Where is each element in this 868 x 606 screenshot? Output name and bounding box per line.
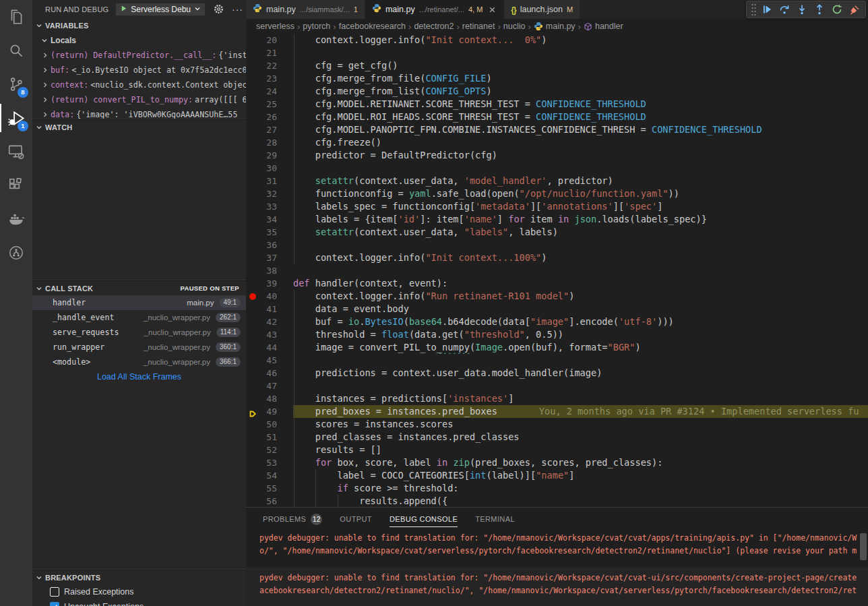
panel-tab-problems[interactable]: PROBLEMS12 <box>263 508 322 531</box>
breakpoint-margin[interactable] <box>246 405 259 418</box>
code-line-content[interactable]: labels_spec = functionconfig['metadata']… <box>293 200 868 213</box>
gear-icon[interactable] <box>214 4 224 14</box>
code-line-content[interactable]: label = COCO_CATEGORIES[int(label)]["nam… <box>293 469 868 482</box>
code-line-content[interactable]: setattr(context.user_data, 'model_handle… <box>293 175 868 187</box>
panel-scrollbar[interactable] <box>860 533 867 560</box>
step-into-button[interactable] <box>794 1 810 18</box>
code-line-content[interactable]: cfg = get_cfg() <box>293 59 868 72</box>
stack-frame-handler[interactable]: handlermain.py49:1 <box>32 295 246 310</box>
code-line-content[interactable]: image = convert_PIL_to_numpy(Image.open(… <box>293 341 868 354</box>
breadcrumb-item-handler[interactable]: handler <box>584 22 623 31</box>
breakpoint-margin[interactable] <box>246 123 259 136</box>
code-line-content[interactable]: functionconfig = yaml.safe_load(open("/o… <box>293 187 868 200</box>
breakpoint-margin[interactable] <box>246 469 259 482</box>
code-line-content[interactable]: instances = predictions['instances'] <box>293 392 868 405</box>
variables-section-header[interactable]: VARIABLES <box>32 18 246 33</box>
code-line-content[interactable]: data = event.body <box>293 303 868 315</box>
breadcrumb-item-retinanet[interactable]: retinanet <box>462 22 495 31</box>
code-line-content[interactable]: labels = {item['id']: item['name'] for i… <box>293 213 868 226</box>
breakpoint-margin[interactable] <box>246 85 259 98</box>
code-line-content[interactable]: cfg.merge_from_list(CONFIG_OPTS) <box>293 85 868 98</box>
activity-item-remote-explorer[interactable] <box>0 135 32 169</box>
activity-item-explorer[interactable] <box>0 0 32 34</box>
code-line-content[interactable]: buf = io.BytesIO(base64.b64decode(data["… <box>293 315 868 328</box>
breakpoint-margin[interactable] <box>246 264 259 277</box>
breakpoint-margin[interactable] <box>246 149 259 162</box>
code-line-content[interactable]: scores = instances.scores <box>293 418 868 431</box>
breakpoint-margin[interactable] <box>246 354 259 367</box>
close-icon[interactable] <box>488 5 497 14</box>
code-line-content[interactable]: cfg.MODEL.RETINANET.SCORE_THRESH_TEST = … <box>293 98 868 111</box>
more-actions-icon[interactable]: ··· <box>232 4 243 15</box>
disconnect-button[interactable] <box>846 1 863 18</box>
code-line-content[interactable] <box>293 354 868 367</box>
breakpoint-margin[interactable] <box>246 136 259 149</box>
breakpoint-margin[interactable] <box>246 303 259 315</box>
variable-row[interactable]: (return) convert_PIL_to_numpy: array([[[… <box>32 92 246 107</box>
activity-item-source-control[interactable]: 8 <box>0 67 32 101</box>
breakpoint-margin[interactable] <box>246 200 259 213</box>
panel-tab-debug-console[interactable]: DEBUG CONSOLE <box>390 508 458 531</box>
tab-main-py-siammask[interactable]: main.py .../siammask/... 1 <box>246 0 365 19</box>
restart-button[interactable] <box>829 1 845 18</box>
variable-row[interactable]: (return) DefaultPredictor.__call__: {'in… <box>32 48 246 63</box>
tab-launch-json[interactable]: {} launch.json M <box>504 0 580 19</box>
code-line-content[interactable]: cfg.MODEL.ROI_HEADS.SCORE_THRESH_TEST = … <box>293 111 868 123</box>
stack-frame-_handle_event[interactable]: _handle_event_nuclio_wrapper.py262:1 <box>32 310 246 325</box>
step-over-button[interactable] <box>776 1 793 18</box>
activity-item-docker[interactable] <box>0 202 32 236</box>
panel-tab-output[interactable]: OUTPUT <box>340 508 372 531</box>
stack-frame-run_wrapper[interactable]: run_wrapper_nuclio_wrapper.py360:1 <box>32 340 246 355</box>
tab-main-py-retinanet[interactable]: main.py .../retinanet/... 4, M <box>365 0 504 19</box>
breakpoint-margin[interactable] <box>246 277 259 290</box>
code-line-content[interactable]: results.append({ <box>293 495 868 507</box>
code-line-content[interactable]: cfg.MODEL.PANOPTIC_FPN.COMBINE.INSTANCES… <box>293 123 868 136</box>
breakpoint-margin[interactable] <box>246 392 259 405</box>
checkbox[interactable] <box>50 602 59 606</box>
breadcrumb-item-serverless[interactable]: serverless <box>256 22 294 31</box>
breakpoint-margin[interactable] <box>246 456 259 469</box>
breadcrumb-item-facebookresearch[interactable]: facebookresearch <box>339 22 406 31</box>
code-line-content[interactable]: pred_boxes = instances.pred_boxesYou, 2 … <box>293 405 868 418</box>
breakpoint-margin[interactable] <box>246 187 259 200</box>
code-line-content[interactable]: setattr(context.user_data, "labels", lab… <box>293 226 868 239</box>
code-line-content[interactable] <box>293 264 868 277</box>
breakpoint-margin[interactable] <box>246 162 259 175</box>
breakpoint-row[interactable]: Raised Exceptions <box>32 584 246 599</box>
breakpoint-margin[interactable] <box>246 251 259 264</box>
variable-row[interactable]: context: <nuclio_sdk.context.Context obj… <box>32 78 246 92</box>
breakpoint-margin[interactable] <box>246 418 259 431</box>
activity-item-graph[interactable] <box>0 236 32 270</box>
code-line-content[interactable] <box>293 162 868 175</box>
breakpoint-margin[interactable] <box>246 226 259 239</box>
code-line-content[interactable]: context.logger.info("Init context...100%… <box>293 251 868 264</box>
breakpoints-section-header[interactable]: BREAKPOINTS <box>32 570 246 584</box>
activity-item-run-and-debug[interactable]: 1 <box>0 101 32 135</box>
breakpoint-margin[interactable] <box>246 111 259 123</box>
breadcrumb-item-detectron2[interactable]: detectron2 <box>414 22 454 31</box>
code-line-content[interactable]: cfg.freeze() <box>293 136 868 149</box>
breadcrumb-item-mainpy[interactable]: main.py <box>534 22 576 31</box>
debug-start-icon[interactable] <box>120 5 127 14</box>
continue-button[interactable] <box>759 1 775 18</box>
watch-section-header[interactable]: WATCH <box>32 119 246 134</box>
code-line-content[interactable]: results = [] <box>293 444 868 456</box>
breakpoint-margin[interactable] <box>246 98 259 111</box>
editor[interactable]: 20 context.logger.info("Init context... … <box>246 34 868 507</box>
load-all-stack-frames-link[interactable]: Load All Stack Frames <box>32 369 246 384</box>
breakpoint-margin[interactable] <box>246 59 259 72</box>
breakpoint-margin[interactable] <box>246 239 259 251</box>
breakpoint-margin[interactable] <box>246 72 259 85</box>
code-line-content[interactable]: context.logger.info("Init context... 0%"… <box>293 34 868 47</box>
code-line-content[interactable] <box>293 239 868 251</box>
checkbox[interactable] <box>50 587 59 597</box>
breakpoint-margin[interactable] <box>246 444 259 456</box>
call-stack-section-header[interactable]: CALL STACK PAUSED ON STEP <box>32 280 246 295</box>
toolbar-grip-icon[interactable] <box>749 1 757 18</box>
code-line-content[interactable]: context.logger.info("Run retinanet-R101 … <box>293 290 868 303</box>
breadcrumb-item-pytorch[interactable]: pytorch <box>303 22 330 31</box>
code-line-content[interactable] <box>293 47 868 59</box>
code-line-content[interactable]: predictions = context.user_data.model_ha… <box>293 367 868 380</box>
code-line-content[interactable]: for box, score, label in zip(pred_boxes,… <box>293 456 868 469</box>
breakpoint-margin[interactable] <box>246 482 259 495</box>
